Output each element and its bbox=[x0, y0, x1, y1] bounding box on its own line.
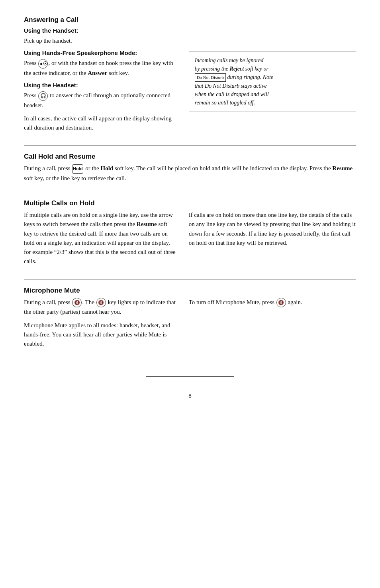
answering-a-call-title: Answering a Call bbox=[24, 16, 356, 24]
mute-left-text2: Microphone Mute applies to all modes: ha… bbox=[24, 321, 177, 349]
mute-icon-2: 🔇 bbox=[96, 298, 106, 307]
divider-3 bbox=[24, 279, 356, 279]
multiple-calls-right: If calls are on hold on more than one li… bbox=[189, 210, 356, 270]
speakerphone-left: Using Hands-Free Speakerphone Mode: Pres… bbox=[24, 49, 177, 136]
hold-button-icon: Hold bbox=[72, 164, 83, 174]
using-headset-subtitle: Using the Headset: bbox=[24, 82, 177, 88]
dnd-button: Do Not Disturb bbox=[195, 73, 226, 82]
speakerphone-row: Using Hands-Free Speakerphone Mode: Pres… bbox=[24, 49, 356, 136]
using-speakerphone-subtitle: Using Hands-Free Speakerphone Mode: bbox=[24, 49, 177, 56]
microphone-mute-content: During a call, press 🔇. The 🔇 key lights… bbox=[24, 298, 356, 353]
multiple-calls-left: If multiple calls are on hold on a singl… bbox=[24, 210, 177, 270]
speakerphone-text: Press ◄⦿, or with the handset on hook pr… bbox=[24, 59, 177, 78]
reject-label: Reject bbox=[229, 66, 244, 72]
speakerphone-icon: ◄⦿ bbox=[38, 59, 48, 69]
mute-right-text: To turn off Microphone Mute, press 🔇 aga… bbox=[189, 298, 356, 308]
microphone-mute-title: Microphone Mute bbox=[24, 287, 356, 295]
divider-1 bbox=[24, 145, 356, 146]
call-hold-section: Call Hold and Resume During a call, pres… bbox=[24, 153, 356, 183]
multiple-calls-right-text: If calls are on hold on more than one li… bbox=[189, 210, 356, 248]
answering-a-call-section: Answering a Call Using the Handset: Pick… bbox=[24, 16, 356, 136]
multiple-calls-title: Multiple Calls on Hold bbox=[24, 199, 356, 207]
note-box-container: Incoming calls may be ignored by pressin… bbox=[189, 49, 356, 136]
using-handset-text: Pick up the handset. bbox=[24, 36, 356, 45]
resume-bold-label: Resume bbox=[332, 165, 353, 171]
page-number: 8 bbox=[24, 393, 356, 399]
using-handset-subtitle: Using the Handset: bbox=[24, 27, 356, 34]
multiple-calls-content: If multiple calls are on hold on a singl… bbox=[24, 210, 356, 270]
divider-2 bbox=[24, 192, 356, 192]
call-hold-text: During a call, press Hold or the Hold so… bbox=[24, 164, 356, 183]
footer-divider bbox=[146, 376, 234, 377]
headset-icon: 🎧 bbox=[38, 91, 48, 101]
mute-icon-1: 🔇 bbox=[72, 298, 82, 307]
multiple-calls-left-text: If multiple calls are on hold on a singl… bbox=[24, 210, 177, 266]
headset-text: Press 🎧 to answer the call through an op… bbox=[24, 91, 177, 110]
call-hold-title: Call Hold and Resume bbox=[24, 153, 356, 161]
incoming-calls-note: Incoming calls may be ignored by pressin… bbox=[189, 51, 356, 112]
hold-bold-label: Hold bbox=[100, 165, 113, 171]
multiple-calls-section: Multiple Calls on Hold If multiple calls… bbox=[24, 199, 356, 270]
active-call-note: In all cases, the active call will appea… bbox=[24, 114, 177, 133]
mute-icon-3: 🔇 bbox=[276, 298, 286, 307]
mute-left: During a call, press 🔇. The 🔇 key lights… bbox=[24, 298, 177, 353]
answer-label: Answer bbox=[88, 70, 107, 76]
mute-right: To turn off Microphone Mute, press 🔇 aga… bbox=[189, 298, 356, 353]
microphone-mute-section: Microphone Mute During a call, press 🔇. … bbox=[24, 287, 356, 353]
mute-left-text1: During a call, press 🔇. The 🔇 key lights… bbox=[24, 298, 177, 317]
multiple-calls-resume-label: Resume bbox=[137, 221, 157, 227]
